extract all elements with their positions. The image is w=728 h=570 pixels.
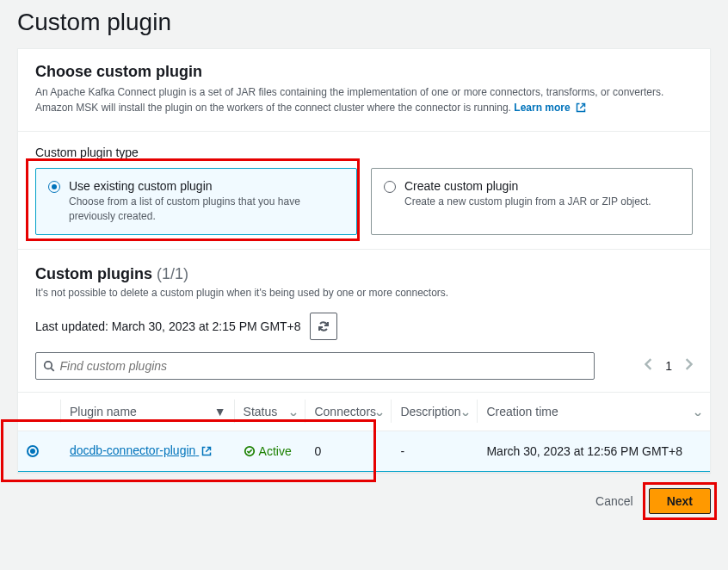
choose-heading: Choose custom plugin <box>35 63 693 81</box>
option-desc: Create a new custom plugin from a JAR or… <box>404 195 651 209</box>
option-title: Use existing custom plugin <box>69 179 344 193</box>
wizard-footer: Cancel Next <box>0 473 728 530</box>
table-row[interactable]: docdb-connector-plugin Active <box>18 431 710 471</box>
cancel-button[interactable]: Cancel <box>595 494 633 508</box>
pagination: 1 <box>645 358 693 373</box>
custom-plugin-panel: Choose custom plugin An Apache Kafka Con… <box>17 48 711 473</box>
sort-icon <box>694 405 701 418</box>
search-box[interactable] <box>35 352 595 380</box>
next-page-button[interactable] <box>684 358 693 373</box>
page-title: Custom plugin <box>0 0 728 48</box>
creation-cell: March 30, 2023 at 12:56 PM GMT+8 <box>478 431 710 471</box>
search-input[interactable] <box>60 359 587 373</box>
refresh-icon <box>317 319 330 333</box>
col-status[interactable]: Status <box>235 392 306 431</box>
status-badge: Active <box>244 444 292 458</box>
sort-icon <box>290 405 297 418</box>
svg-point-0 <box>45 362 52 369</box>
refresh-button[interactable] <box>310 313 337 340</box>
next-button[interactable]: Next <box>649 488 711 514</box>
sort-icon <box>462 405 469 418</box>
check-circle-icon <box>244 445 256 457</box>
col-plugin-name[interactable]: Plugin name ▼ <box>61 392 235 431</box>
choose-description: An Apache Kafka Connect plugin is a set … <box>35 84 693 117</box>
external-link-icon <box>576 102 586 117</box>
plugins-table: Plugin name ▼ Status Connectors Desc <box>18 392 710 472</box>
external-link-icon <box>201 445 212 459</box>
sort-icon: ▼ <box>214 405 226 418</box>
option-create-new[interactable]: Create custom plugin Create a new custom… <box>371 168 693 235</box>
last-updated: Last updated: March 30, 2023 at 2:15 PM … <box>35 319 301 333</box>
plugins-count: (1/1) <box>157 265 188 282</box>
col-description[interactable]: Description <box>392 392 478 431</box>
choose-header: Choose custom plugin An Apache Kafka Con… <box>18 49 710 131</box>
option-use-existing[interactable]: Use existing custom plugin Choose from a… <box>35 168 357 235</box>
plugin-name-link[interactable]: docdb-connector-plugin <box>70 443 212 457</box>
connectors-cell: 0 <box>305 431 392 471</box>
col-connectors[interactable]: Connectors <box>305 392 392 431</box>
search-icon <box>43 360 55 372</box>
plugin-type-section: Custom plugin type Use existing custom p… <box>18 132 710 249</box>
plugins-note: It's not possible to delete a custom plu… <box>35 287 693 299</box>
option-title: Create custom plugin <box>404 179 651 193</box>
radio-icon <box>48 181 60 193</box>
prev-page-button[interactable] <box>645 358 653 373</box>
learn-more-link[interactable]: Learn more <box>514 102 586 114</box>
radio-icon <box>384 181 396 193</box>
col-creation-time[interactable]: Creation time <box>478 392 710 431</box>
plugin-type-label: Custom plugin type <box>35 146 693 159</box>
description-cell: - <box>392 431 478 471</box>
option-desc: Choose from a list of custom plugins tha… <box>69 195 344 224</box>
row-select-radio[interactable] <box>27 445 39 457</box>
page-number: 1 <box>665 359 672 373</box>
plugins-heading: Custom plugins <box>35 265 152 282</box>
plugins-header: Custom plugins (1/1) It's not possible t… <box>18 250 710 307</box>
sort-icon <box>376 405 383 418</box>
